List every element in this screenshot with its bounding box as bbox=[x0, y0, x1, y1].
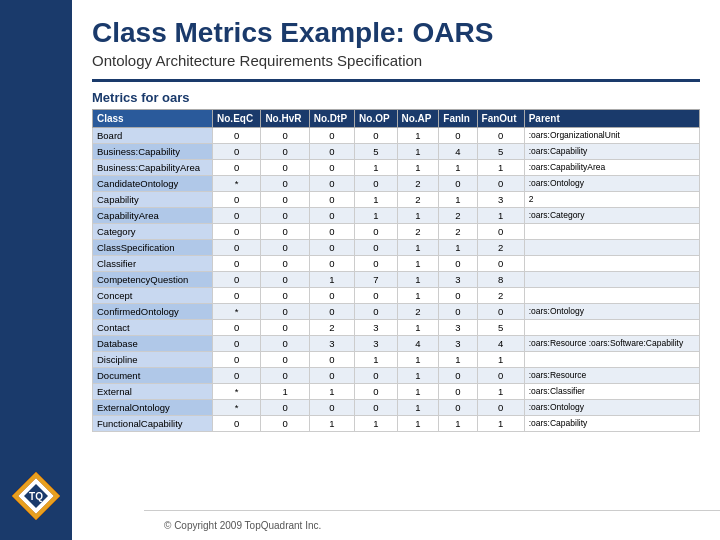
cell-noeqc: 0 bbox=[213, 351, 261, 367]
cell-nodtp: 0 bbox=[309, 287, 354, 303]
table-row: Category0000220 bbox=[93, 223, 700, 239]
cell-noap: 2 bbox=[397, 175, 439, 191]
cell-nohvr: 0 bbox=[261, 335, 309, 351]
cell-noop: 0 bbox=[355, 223, 397, 239]
cell-nohvr: 0 bbox=[261, 415, 309, 431]
cell-parent: :oars:Classifier bbox=[524, 383, 699, 399]
cell-noop: 0 bbox=[355, 399, 397, 415]
cell-nohvr: 0 bbox=[261, 191, 309, 207]
cell-noap: 1 bbox=[397, 207, 439, 223]
cell-fanout: 0 bbox=[477, 399, 524, 415]
cell-class: Document bbox=[93, 367, 213, 383]
cell-noap: 1 bbox=[397, 143, 439, 159]
cell-class: CandidateOntology bbox=[93, 175, 213, 191]
cell-noop: 0 bbox=[355, 175, 397, 191]
cell-fanin: 0 bbox=[439, 367, 477, 383]
cell-nohvr: 0 bbox=[261, 223, 309, 239]
cell-parent: :oars:Capability bbox=[524, 415, 699, 431]
cell-fanin: 2 bbox=[439, 223, 477, 239]
page-title: Class Metrics Example: OARS bbox=[92, 16, 700, 50]
cell-fanout: 0 bbox=[477, 223, 524, 239]
cell-nohvr: 1 bbox=[261, 383, 309, 399]
cell-noap: 1 bbox=[397, 159, 439, 175]
cell-nodtp: 3 bbox=[309, 335, 354, 351]
col-class: Class bbox=[93, 109, 213, 127]
cell-noeqc: 0 bbox=[213, 207, 261, 223]
sidebar: TQ bbox=[0, 0, 72, 540]
cell-noop: 7 bbox=[355, 271, 397, 287]
table-row: Database0033434:oars:Resource :oars:Soft… bbox=[93, 335, 700, 351]
cell-nohvr: 0 bbox=[261, 271, 309, 287]
cell-nohvr: 0 bbox=[261, 175, 309, 191]
cell-nohvr: 0 bbox=[261, 143, 309, 159]
cell-nodtp: 0 bbox=[309, 127, 354, 143]
cell-noap: 1 bbox=[397, 319, 439, 335]
cell-class: ClassSpecification bbox=[93, 239, 213, 255]
cell-noap: 2 bbox=[397, 223, 439, 239]
cell-class: CompetencyQuestion bbox=[93, 271, 213, 287]
table-row: Capability00012132 bbox=[93, 191, 700, 207]
table-header: Class No.EqC No.HvR No.DtP No.OP No.AP F… bbox=[93, 109, 700, 127]
cell-nodtp: 0 bbox=[309, 191, 354, 207]
cell-noeqc: 0 bbox=[213, 223, 261, 239]
cell-class: Business:CapabilityArea bbox=[93, 159, 213, 175]
table-row: CandidateOntology*000200:oars:Ontology bbox=[93, 175, 700, 191]
main-content: Class Metrics Example: OARS Ontology Arc… bbox=[72, 0, 720, 540]
cell-noop: 0 bbox=[355, 239, 397, 255]
col-fanout: FanOut bbox=[477, 109, 524, 127]
cell-fanin: 0 bbox=[439, 399, 477, 415]
cell-fanout: 3 bbox=[477, 191, 524, 207]
cell-class: External bbox=[93, 383, 213, 399]
cell-noeqc: 0 bbox=[213, 127, 261, 143]
table-row: Classifier0000100 bbox=[93, 255, 700, 271]
col-noop: No.OP bbox=[355, 109, 397, 127]
table-header-row: Class No.EqC No.HvR No.DtP No.OP No.AP F… bbox=[93, 109, 700, 127]
col-noeqc: No.EqC bbox=[213, 109, 261, 127]
cell-nodtp: 1 bbox=[309, 415, 354, 431]
cell-nohvr: 0 bbox=[261, 303, 309, 319]
cell-class: Classifier bbox=[93, 255, 213, 271]
col-nodtp: No.DtP bbox=[309, 109, 354, 127]
cell-nodtp: 0 bbox=[309, 399, 354, 415]
cell-fanin: 1 bbox=[439, 415, 477, 431]
cell-parent bbox=[524, 319, 699, 335]
cell-nodtp: 2 bbox=[309, 319, 354, 335]
table-row: FunctionalCapability0011111:oars:Capabil… bbox=[93, 415, 700, 431]
cell-noop: 3 bbox=[355, 335, 397, 351]
cell-nodtp: 0 bbox=[309, 303, 354, 319]
cell-fanout: 1 bbox=[477, 207, 524, 223]
cell-parent: :oars:Category bbox=[524, 207, 699, 223]
cell-fanin: 1 bbox=[439, 191, 477, 207]
cell-noeqc: 0 bbox=[213, 367, 261, 383]
cell-parent: 2 bbox=[524, 191, 699, 207]
cell-nodtp: 0 bbox=[309, 367, 354, 383]
cell-noap: 1 bbox=[397, 271, 439, 287]
cell-fanin: 0 bbox=[439, 175, 477, 191]
cell-parent: :oars:Ontology bbox=[524, 399, 699, 415]
cell-parent: :oars:Ontology bbox=[524, 303, 699, 319]
cell-noeqc: 0 bbox=[213, 191, 261, 207]
table-row: ExternalOntology*000100:oars:Ontology bbox=[93, 399, 700, 415]
cell-nodtp: 1 bbox=[309, 383, 354, 399]
cell-noop: 0 bbox=[355, 367, 397, 383]
cell-class: Database bbox=[93, 335, 213, 351]
cell-parent: :oars:Capability bbox=[524, 143, 699, 159]
cell-class: ExternalOntology bbox=[93, 399, 213, 415]
cell-fanout: 4 bbox=[477, 335, 524, 351]
cell-noap: 2 bbox=[397, 303, 439, 319]
cell-noop: 3 bbox=[355, 319, 397, 335]
cell-nohvr: 0 bbox=[261, 207, 309, 223]
col-noap: No.AP bbox=[397, 109, 439, 127]
cell-parent bbox=[524, 239, 699, 255]
cell-class: Board bbox=[93, 127, 213, 143]
cell-nodtp: 0 bbox=[309, 159, 354, 175]
cell-nohvr: 0 bbox=[261, 399, 309, 415]
cell-noap: 1 bbox=[397, 127, 439, 143]
cell-nodtp: 0 bbox=[309, 351, 354, 367]
cell-fanout: 2 bbox=[477, 239, 524, 255]
cell-fanout: 1 bbox=[477, 159, 524, 175]
cell-noeqc: 0 bbox=[213, 319, 261, 335]
cell-noap: 1 bbox=[397, 415, 439, 431]
cell-fanin: 3 bbox=[439, 335, 477, 351]
cell-class: CapabilityArea bbox=[93, 207, 213, 223]
